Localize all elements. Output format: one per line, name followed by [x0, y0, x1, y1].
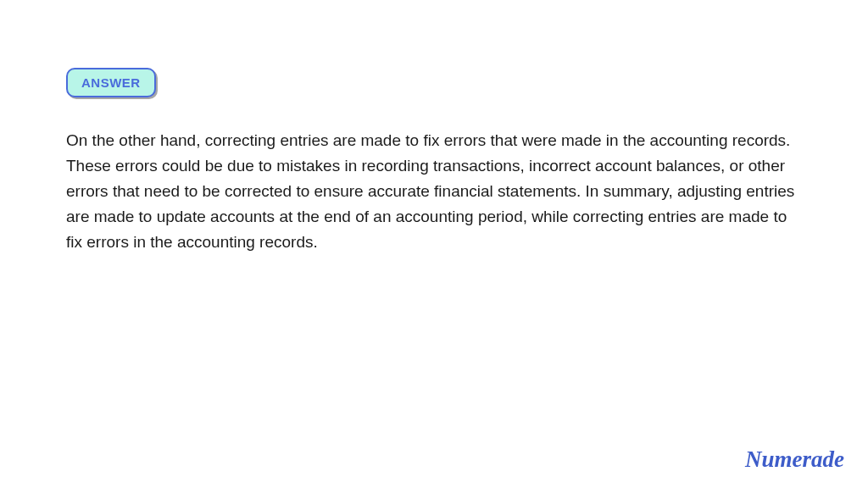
content-area: ANSWER On the other hand, correcting ent…: [0, 0, 868, 255]
brand-name: Numerade: [745, 446, 844, 472]
answer-badge: ANSWER: [66, 68, 156, 97]
answer-body-text: On the other hand, correcting entries ar…: [66, 128, 802, 255]
brand-logo: Numerade: [745, 446, 844, 473]
answer-badge-label: ANSWER: [81, 75, 141, 90]
